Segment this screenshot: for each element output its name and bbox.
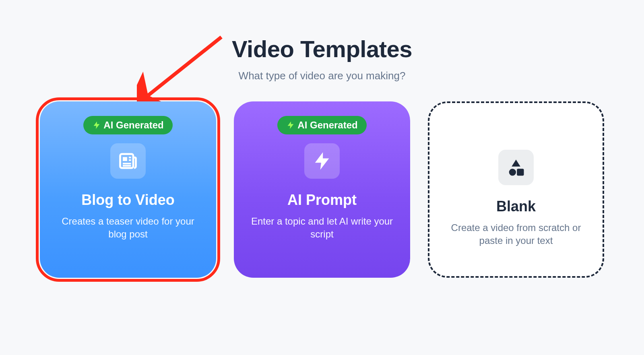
svg-rect-8 — [517, 169, 524, 175]
template-cards: AI Generated Blog to Video Creates a tea… — [0, 101, 644, 278]
card-description: Creates a teaser video for your blog pos… — [56, 215, 200, 241]
ai-generated-badge: AI Generated — [277, 116, 366, 134]
page-subtitle: What type of video are you making? — [0, 70, 644, 82]
svg-rect-2 — [123, 157, 127, 161]
page-title: Video Templates — [0, 35, 644, 62]
template-card-blog-to-video[interactable]: AI Generated Blog to Video Creates a tea… — [40, 101, 216, 278]
card-description: Create a video from scratch or paste in … — [444, 221, 588, 248]
lightning-icon — [304, 143, 340, 179]
header: Video Templates What type of video are y… — [0, 0, 644, 82]
card-title: Blank — [496, 198, 536, 215]
card-description: Enter a topic and let AI write your scri… — [250, 215, 394, 241]
badge-label: AI Generated — [297, 120, 357, 131]
lightning-icon — [92, 121, 101, 130]
card-title: AI Prompt — [287, 192, 357, 208]
newspaper-icon — [110, 143, 146, 179]
svg-point-7 — [509, 169, 516, 175]
ai-generated-badge: AI Generated — [83, 116, 172, 134]
template-card-blank[interactable]: Blank Create a video from scratch or pas… — [428, 101, 604, 278]
lightning-icon — [286, 121, 295, 130]
template-card-ai-prompt[interactable]: AI Generated AI Prompt Enter a topic and… — [234, 101, 410, 278]
shapes-icon — [498, 150, 534, 185]
badge-label: AI Generated — [103, 120, 163, 131]
card-title: Blog to Video — [81, 192, 174, 208]
